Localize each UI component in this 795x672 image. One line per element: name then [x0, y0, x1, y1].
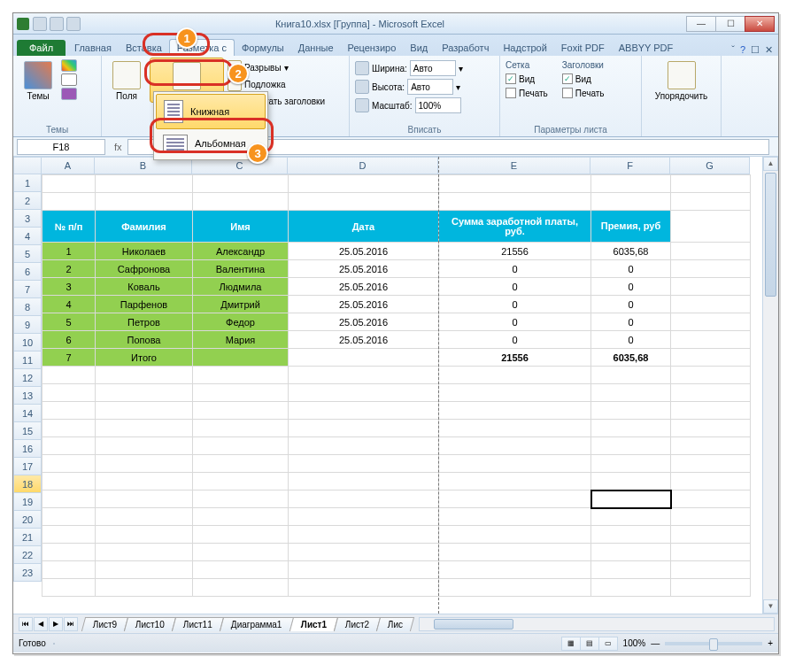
cell-G16[interactable] [671, 455, 751, 473]
cell-A15[interactable] [42, 437, 96, 455]
row-header-5[interactable]: 5 [13, 245, 42, 263]
cell-A8[interactable]: 5 [42, 313, 96, 331]
redo-icon[interactable] [66, 17, 81, 31]
close-button[interactable]: ✕ [745, 16, 775, 32]
cell-A11[interactable] [42, 367, 96, 384]
cell-E6[interactable]: 0 [439, 278, 591, 296]
cell-D21[interactable] [289, 544, 439, 561]
cell-E7[interactable]: 0 [439, 296, 591, 313]
cell-B4[interactable]: Николаев [96, 243, 193, 260]
grid-print-checkbox[interactable] [506, 88, 516, 98]
cell-C7[interactable]: Дмитрий [193, 296, 289, 313]
cell-C22[interactable] [193, 561, 289, 579]
cell-B13[interactable] [96, 402, 193, 420]
cell-B15[interactable] [96, 437, 193, 455]
cell-A1[interactable] [42, 175, 96, 193]
cell-A18[interactable] [42, 490, 96, 508]
cell-A4[interactable]: 1 [42, 243, 96, 260]
cell-A10[interactable]: 7 [42, 349, 96, 367]
cell-C17[interactable] [193, 473, 289, 490]
cell-D22[interactable] [289, 561, 439, 579]
row-header-23[interactable]: 23 [13, 564, 42, 582]
cell-E23[interactable] [439, 579, 591, 597]
cell-G14[interactable] [671, 420, 751, 437]
cell-D18[interactable] [289, 490, 439, 508]
cell-G18[interactable] [671, 490, 751, 508]
tab-foxit pdf[interactable]: Foxit PDF [554, 40, 612, 56]
cell-G19[interactable] [671, 508, 751, 526]
cell-F3[interactable]: Премия, руб [591, 211, 671, 243]
cell-E21[interactable] [439, 544, 591, 561]
cell-G13[interactable] [671, 402, 751, 420]
fx-icon[interactable]: fx [109, 142, 127, 152]
cell-B19[interactable] [96, 508, 193, 526]
row-header-1[interactable]: 1 [13, 174, 42, 192]
cell-E18[interactable] [439, 490, 591, 508]
cell-B14[interactable] [96, 420, 193, 437]
cell-C14[interactable] [193, 420, 289, 437]
tab-вид[interactable]: Вид [403, 40, 435, 56]
macro-record-icon[interactable] [53, 643, 55, 645]
cell-D1[interactable] [289, 175, 439, 193]
row-header-14[interactable]: 14 [13, 405, 42, 422]
row-header-21[interactable]: 21 [13, 529, 42, 546]
cell-A9[interactable]: 6 [42, 331, 96, 349]
vertical-scrollbar[interactable]: ▲ ▼ [762, 157, 778, 614]
sheet-first-icon[interactable]: ⏮ [19, 617, 33, 631]
cell-G5[interactable] [671, 260, 751, 278]
cell-A16[interactable] [42, 455, 96, 473]
row-header-19[interactable]: 19 [13, 493, 42, 511]
cell-D19[interactable] [289, 508, 439, 526]
width-combo[interactable]: Авто [410, 60, 456, 76]
maximize-button[interactable]: ☐ [715, 16, 745, 32]
cell-G6[interactable] [671, 278, 751, 296]
cell-D9[interactable]: 25.05.2016 [289, 331, 439, 349]
themes-button[interactable]: Темы [19, 58, 58, 101]
cell-E19[interactable] [439, 508, 591, 526]
cell-F16[interactable] [591, 455, 671, 473]
sheet-tab-Лист1[interactable]: Лист1 [289, 617, 337, 631]
scroll-down-icon[interactable]: ▼ [763, 599, 778, 614]
cell-G8[interactable] [671, 313, 751, 331]
tab-данные[interactable]: Данные [291, 40, 341, 56]
cell-B16[interactable] [96, 455, 193, 473]
column-header-F[interactable]: F [590, 157, 670, 174]
row-header-11[interactable]: 11 [13, 351, 42, 369]
tab-надстрой[interactable]: Надстрой [496, 40, 553, 56]
cell-A13[interactable] [42, 402, 96, 420]
cell-C19[interactable] [193, 508, 289, 526]
cell-C21[interactable] [193, 544, 289, 561]
cell-B22[interactable] [96, 561, 193, 579]
zoom-in-button[interactable]: + [768, 638, 773, 648]
sheet-tab-Лист11[interactable]: Лист11 [172, 617, 224, 631]
cell-B5[interactable]: Сафронова [96, 260, 193, 278]
scroll-thumb[interactable] [765, 173, 776, 297]
cell-E20[interactable] [439, 526, 591, 544]
row-header-3[interactable]: 3 [13, 210, 42, 228]
cell-C9[interactable]: Мария [193, 331, 289, 349]
row-header-4[interactable]: 4 [13, 228, 42, 245]
row-header-18[interactable]: 18 [13, 475, 42, 493]
row-header-15[interactable]: 15 [13, 422, 42, 440]
cell-F23[interactable] [591, 579, 671, 597]
cell-B1[interactable] [96, 175, 193, 193]
cell-F14[interactable] [591, 420, 671, 437]
cell-G20[interactable] [671, 526, 751, 544]
cell-A5[interactable]: 2 [42, 260, 96, 278]
help-icon[interactable]: ? [740, 44, 745, 56]
cell-D4[interactable]: 25.05.2016 [289, 243, 439, 260]
row-header-7[interactable]: 7 [13, 281, 42, 298]
row-header-8[interactable]: 8 [13, 298, 42, 316]
cell-C11[interactable] [193, 367, 289, 384]
cell-A12[interactable] [42, 384, 96, 402]
cell-C4[interactable]: Александр [193, 243, 289, 260]
cell-G12[interactable] [671, 384, 751, 402]
cell-E8[interactable]: 0 [439, 313, 591, 331]
cell-D2[interactable] [289, 193, 439, 211]
cell-B23[interactable] [96, 579, 193, 597]
fonts-icon[interactable] [61, 73, 77, 86]
view-normal-icon[interactable]: ▦ [561, 637, 581, 651]
cell-C18[interactable] [193, 490, 289, 508]
cell-A23[interactable] [42, 579, 96, 597]
cell-A22[interactable] [42, 561, 96, 579]
